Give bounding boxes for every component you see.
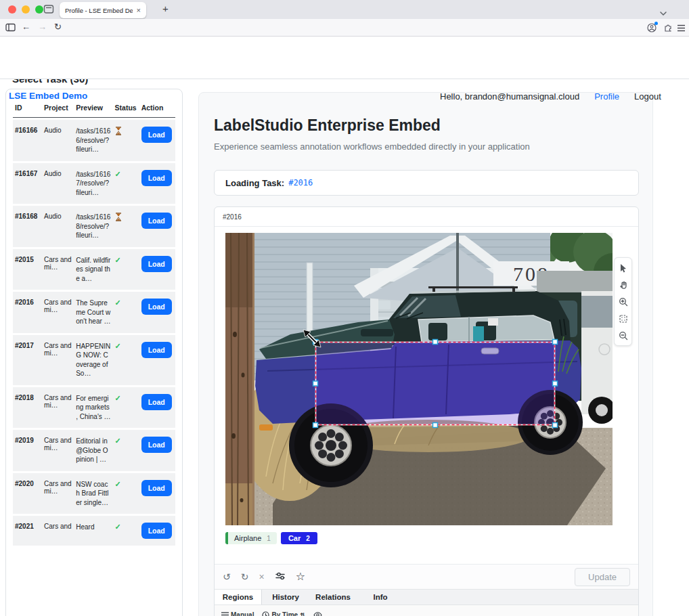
load-button[interactable]: Load: [141, 394, 172, 410]
zoom-window-button[interactable]: [35, 5, 43, 14]
fit-to-screen-button[interactable]: [615, 311, 631, 326]
select-tool-button[interactable]: [615, 260, 631, 276]
task-status: ✓: [113, 387, 139, 428]
annotation-image[interactable]: 708: [225, 233, 613, 525]
hourglass-icon: [115, 213, 122, 221]
load-button[interactable]: Load: [141, 299, 172, 315]
task-row: #2020Cars and mi…NSW coach Brad Fittler …: [13, 473, 175, 514]
task-preview: Calif. wildfires signal the a…: [74, 249, 112, 290]
task-status: ✓: [113, 335, 139, 385]
settings-sliders-icon[interactable]: [275, 571, 286, 582]
menu-icon[interactable]: [677, 24, 686, 34]
task-preview: The Supreme Court won't hear …: [74, 292, 112, 333]
account-icon[interactable]: [647, 23, 657, 35]
zoom-out-button[interactable]: [615, 328, 631, 343]
label-airplane-name: Airplane: [234, 534, 261, 542]
label-car[interactable]: Car 2: [281, 532, 317, 544]
tab-overview-icon[interactable]: [43, 4, 54, 17]
order-by-time-button[interactable]: By Time ⇅: [262, 611, 305, 616]
task-preview: HAPPENING NOW: Coverage of So…: [74, 335, 112, 385]
new-tab-button[interactable]: +: [162, 3, 169, 14]
load-button[interactable]: Load: [141, 437, 172, 453]
tab-info[interactable]: Info: [357, 590, 404, 604]
widget-header: #2016: [215, 207, 638, 227]
car-region-fill[interactable]: [315, 342, 555, 425]
user-greeting: Hello, brandon@humansignal.cloud: [440, 91, 579, 102]
browser-tabstrip: Profile - LSE Embed Demo × +: [0, 0, 689, 19]
tab-history[interactable]: History: [262, 590, 309, 604]
task-project: Cars and mi…: [42, 249, 74, 290]
task-status: ✓: [113, 249, 139, 290]
ground-truth-star-icon[interactable]: ☆: [296, 571, 305, 582]
load-button[interactable]: Load: [141, 213, 172, 229]
forward-icon[interactable]: →: [38, 22, 47, 32]
tab-title: Profile - LSE Embed Demo: [65, 7, 133, 14]
task-project: Audio: [42, 163, 74, 204]
label-chips: Airplane 1 Car 2: [225, 532, 317, 544]
brand-logo[interactable]: LSE Embed Demo: [9, 91, 87, 101]
minimize-window-button[interactable]: [22, 5, 30, 14]
annotation-controls: ↺ ↻ × ☆ Update: [215, 564, 638, 589]
extensions-icon[interactable]: [663, 23, 673, 35]
check-icon: ✓: [115, 523, 121, 531]
pan-tool-button[interactable]: [615, 277, 631, 292]
check-icon: ✓: [115, 342, 121, 350]
task-table: ID Project Preview Status Action #16166A…: [13, 96, 175, 548]
regions-footer: Manual By Time ⇅: [215, 604, 638, 616]
reload-icon[interactable]: ↻: [54, 22, 62, 32]
car-region[interactable]: [313, 340, 558, 428]
page-subtitle: Experience seamless annotation workflows…: [214, 141, 530, 152]
task-status: [113, 206, 139, 247]
list-tabs-chevron-icon[interactable]: [659, 7, 667, 19]
label-airplane[interactable]: Airplane 1: [225, 532, 277, 544]
task-id: #2020: [13, 473, 42, 514]
task-preview: Editorial in @Globe Opinion | …: [74, 430, 112, 471]
task-row: #2017Cars and mi…HAPPENING NOW: Coverage…: [13, 335, 175, 385]
check-icon: ✓: [115, 299, 121, 307]
zoom-in-button[interactable]: [615, 294, 631, 309]
browser-window: Profile - LSE Embed Demo × + ← → ↻ db9e4…: [0, 0, 689, 616]
check-icon: ✓: [115, 170, 121, 178]
load-button[interactable]: Load: [141, 256, 172, 272]
task-project: Cars and mi…: [42, 430, 74, 471]
task-row: #16168Audio/tasks/16168/resolve/?fileuri…: [13, 206, 175, 247]
task-id: #16168: [13, 206, 42, 247]
task-id: #2017: [13, 335, 42, 385]
reset-icon[interactable]: ×: [259, 572, 264, 581]
annotation-canvas[interactable]: 708: [225, 233, 613, 525]
profile-link[interactable]: Profile: [594, 91, 619, 102]
check-icon: ✓: [115, 437, 121, 445]
load-button[interactable]: Load: [141, 127, 172, 143]
back-icon[interactable]: ←: [22, 22, 30, 32]
task-id: #16167: [13, 163, 42, 204]
col-project: Project: [42, 98, 74, 118]
group-manual-button[interactable]: Manual: [221, 611, 254, 616]
col-id: ID: [13, 98, 42, 118]
image-toolbar: [614, 257, 632, 346]
tab-regions[interactable]: Regions: [215, 590, 262, 604]
redo-icon[interactable]: ↻: [241, 572, 249, 581]
task-row: #2018Cars and mi…For emerging markets , …: [13, 387, 175, 428]
tab-relations[interactable]: Relations: [309, 590, 357, 604]
check-icon: ✓: [115, 394, 121, 402]
load-button[interactable]: Load: [141, 523, 172, 539]
update-button[interactable]: Update: [575, 568, 630, 586]
undo-icon[interactable]: ↺: [223, 572, 231, 581]
task-id: #2021: [13, 516, 42, 546]
sidebar-toggle-icon[interactable]: [5, 23, 16, 34]
logout-link[interactable]: Logout: [634, 91, 661, 102]
load-button[interactable]: Load: [141, 342, 172, 358]
toggle-visibility-eye-icon[interactable]: [313, 612, 322, 616]
close-window-button[interactable]: [8, 5, 16, 14]
browser-navbar: ← → ↻ db9e4b1cb0ed.ngrok-free.app/accoun…: [0, 19, 689, 37]
task-id: #2015: [13, 249, 42, 290]
col-preview: Preview: [74, 98, 112, 118]
browser-tab[interactable]: Profile - LSE Embed Demo ×: [60, 2, 146, 18]
load-button[interactable]: Load: [141, 480, 172, 496]
col-action: Action: [139, 98, 175, 118]
tab-close-icon[interactable]: ×: [137, 6, 141, 14]
load-button[interactable]: Load: [141, 170, 172, 186]
task-id: #2019: [13, 430, 42, 471]
label-airplane-hotkey: 1: [267, 535, 271, 542]
task-row: #16166Audio/tasks/16166/resolve/?fileuri…: [13, 120, 175, 161]
